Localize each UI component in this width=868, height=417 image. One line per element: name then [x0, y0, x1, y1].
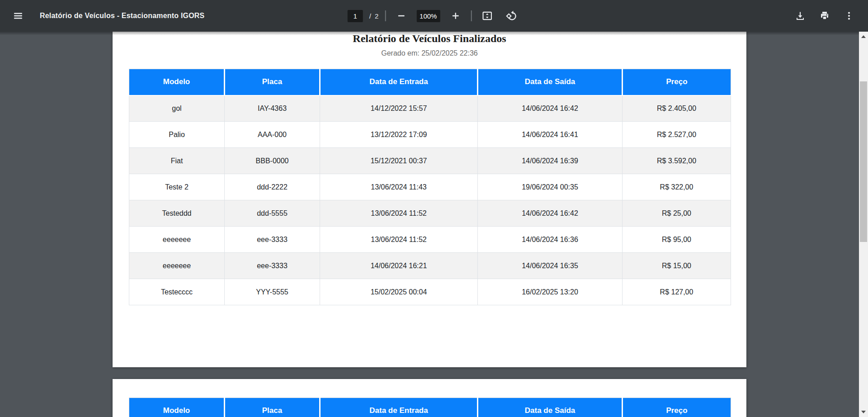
triangle-up-icon: [861, 35, 866, 38]
column-header: Data de Saída: [478, 398, 623, 417]
table-cell: ddd-2222: [225, 174, 320, 200]
table-cell: 14/06/2024 16:42: [478, 95, 623, 122]
document-title-toolbar: Relatório de Veículos - Estacionamento I…: [40, 12, 204, 20]
toolbar-left-section: Relatório de Veículos - Estacionamento I…: [0, 7, 204, 25]
table-cell: AAA-000: [225, 122, 320, 148]
rotate-button[interactable]: [502, 7, 520, 25]
fit-page-icon: [481, 10, 493, 22]
minus-icon: [396, 10, 406, 21]
download-icon: [795, 10, 806, 21]
column-header: Data de Entrada: [320, 398, 478, 417]
column-header: Modelo: [129, 69, 225, 95]
toolbar-right-section: [791, 0, 868, 32]
table-cell: 13/06/2024 11:52: [320, 227, 478, 253]
table-header-row: ModeloPlacaData de EntradaData de SaídaP…: [129, 398, 731, 417]
table-cell: eeeeeee: [129, 253, 225, 279]
column-header: Data de Saída: [478, 69, 623, 95]
table-cell: eee-3333: [225, 227, 320, 253]
table-row: TesteccccYYY-555515/02/2025 00:0416/02/2…: [129, 279, 731, 305]
table-cell: Teste 2: [129, 174, 225, 200]
column-header: Preço: [623, 69, 731, 95]
table-row: PalioAAA-00013/12/2022 17:0914/06/2024 1…: [129, 122, 731, 148]
vertical-scrollbar[interactable]: [859, 32, 868, 417]
zoom-out-button[interactable]: [392, 7, 410, 25]
table-row: Testedddddd-555513/06/2024 11:5214/06/20…: [129, 200, 731, 227]
table-cell: R$ 25,00: [623, 200, 731, 227]
table-cell: 14/06/2024 16:42: [478, 200, 623, 227]
download-button[interactable]: [791, 7, 809, 25]
table-cell: Palio: [129, 122, 225, 148]
table-cell: 14/06/2024 16:35: [478, 253, 623, 279]
table-cell: 15/02/2025 00:04: [320, 279, 478, 305]
page-number-input[interactable]: [348, 10, 363, 22]
table-row: golIAY-436314/12/2022 15:5714/06/2024 16…: [129, 95, 731, 122]
table-cell: 14/06/2024 16:39: [478, 148, 623, 174]
scrollbar-thumb[interactable]: [860, 81, 867, 242]
table-row: eeeeeeeeee-333313/06/2024 11:5214/06/202…: [129, 227, 731, 253]
table-row: Teste 2ddd-222213/06/2024 11:4319/06/202…: [129, 174, 731, 200]
table-cell: IAY-4363: [225, 95, 320, 122]
report-title: Relatório de Veículos Finalizados: [113, 33, 746, 45]
table-cell: R$ 127,00: [623, 279, 731, 305]
menu-button[interactable]: [9, 7, 27, 25]
table-cell: ddd-5555: [225, 200, 320, 227]
vehicles-table-wrap-page2: ModeloPlacaData de EntradaData de SaídaP…: [129, 398, 731, 417]
pdf-viewer-area: Relatório de Veículos Finalizados Gerado…: [0, 32, 868, 417]
table-cell: BBB-0000: [225, 148, 320, 174]
table-row: eeeeeeeeee-333314/06/2024 16:2114/06/202…: [129, 253, 731, 279]
report-generated-timestamp: Gerado em: 25/02/2025 22:36: [113, 49, 746, 57]
table-cell: 15/12/2021 00:37: [320, 148, 478, 174]
fit-to-page-button[interactable]: [478, 7, 496, 25]
toolbar-divider: [385, 10, 386, 21]
page-count: / 2: [369, 12, 379, 20]
table-cell: 13/06/2024 11:52: [320, 200, 478, 227]
rotate-icon: [505, 10, 517, 22]
table-cell: 19/06/2024 00:35: [478, 174, 623, 200]
table-cell: eeeeeee: [129, 227, 225, 253]
table-row: FiatBBB-000015/12/2021 00:3714/06/2024 1…: [129, 148, 731, 174]
toolbar-center-section: / 2 100%: [348, 7, 521, 25]
table-cell: R$ 15,00: [623, 253, 731, 279]
column-header: Preço: [623, 398, 731, 417]
triangle-down-icon: [861, 411, 866, 413]
table-cell: 16/02/2025 13:20: [478, 279, 623, 305]
table-cell: 14/06/2024 16:21: [320, 253, 478, 279]
table-cell: 14/12/2022 15:57: [320, 95, 478, 122]
more-options-button[interactable]: [840, 7, 858, 25]
column-header: Placa: [225, 398, 320, 417]
scrollbar-up-button[interactable]: [859, 32, 868, 42]
print-button[interactable]: [816, 7, 834, 25]
zoom-level-field[interactable]: 100%: [416, 10, 440, 22]
pdf-page-1: Relatório de Veículos Finalizados Gerado…: [113, 32, 746, 367]
table-cell: 14/06/2024 16:36: [478, 227, 623, 253]
page-total: 2: [375, 12, 378, 20]
vehicles-table-page2-header: ModeloPlacaData de EntradaData de SaídaP…: [129, 398, 731, 417]
scrollbar-down-button[interactable]: [859, 407, 868, 417]
vertical-dots-icon: [844, 10, 854, 21]
table-cell: YYY-5555: [225, 279, 320, 305]
print-icon: [819, 10, 830, 21]
table-cell: 13/06/2024 11:43: [320, 174, 478, 200]
table-cell: R$ 2.527,00: [623, 122, 731, 148]
table-cell: 14/06/2024 16:41: [478, 122, 623, 148]
table-cell: 13/12/2022 17:09: [320, 122, 478, 148]
page-divider: /: [369, 12, 371, 20]
table-cell: eee-3333: [225, 253, 320, 279]
table-cell: Testeddd: [129, 200, 225, 227]
table-cell: R$ 95,00: [623, 227, 731, 253]
column-header: Modelo: [129, 398, 225, 417]
column-header: Data de Entrada: [320, 69, 478, 95]
hamburger-icon: [13, 10, 24, 21]
pdf-toolbar: Relatório de Veículos - Estacionamento I…: [0, 0, 868, 32]
table-header-row: ModeloPlacaData de EntradaData de SaídaP…: [129, 69, 731, 95]
table-cell: R$ 3.592,00: [623, 148, 731, 174]
plus-icon: [450, 10, 461, 21]
vehicles-table: ModeloPlacaData de EntradaData de SaídaP…: [129, 69, 731, 305]
toolbar-divider: [471, 10, 472, 21]
table-cell: Testecccc: [129, 279, 225, 305]
table-cell: Fiat: [129, 148, 225, 174]
column-header: Placa: [225, 69, 320, 95]
vehicles-table-wrap: ModeloPlacaData de EntradaData de SaídaP…: [129, 69, 731, 305]
zoom-in-button[interactable]: [446, 7, 464, 25]
table-cell: R$ 2.405,00: [623, 95, 731, 122]
